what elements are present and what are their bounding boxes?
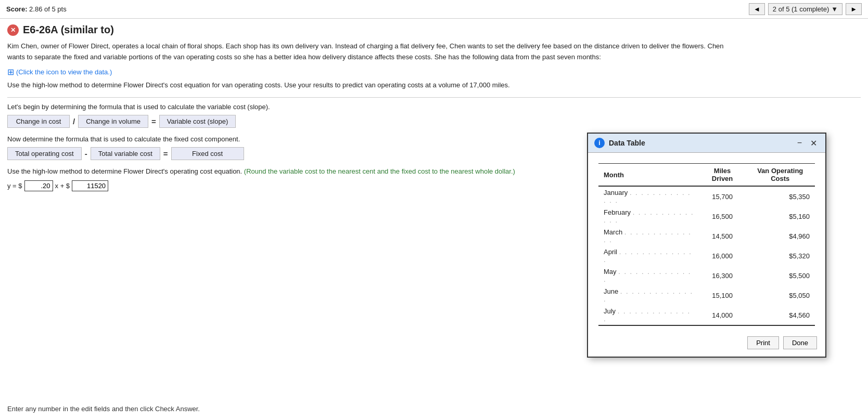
modal-title-area: i Data Table (594, 138, 645, 148)
formula1-box1: Change in cost (7, 115, 70, 128)
table-cell-r5-c1: 15,100 (699, 285, 746, 305)
modal-body: Month Miles Driven Van Operating Costs J… (588, 153, 825, 331)
table-cell-r1-c0: February . . . . . . . . . . . . . . (598, 206, 699, 226)
nav-progress-display[interactable]: 2 of 5 (1 complete) ▼ (768, 3, 843, 15)
formula2-box1: Total operating cost (7, 147, 82, 160)
table-cell-r4-c2: $5,500 (745, 266, 815, 285)
nav-prev-button[interactable]: ◄ (749, 3, 765, 15)
table-cell-r1-c1: 16,500 (699, 206, 746, 226)
table-cell-r3-c2: $5,320 (745, 246, 815, 266)
table-row: February . . . . . . . . . . . . . .16,5… (598, 206, 815, 226)
table-cell-r4-c1: 16,300 (699, 266, 746, 285)
formula2-equals: = (163, 149, 168, 158)
modal-controls: − ✕ (795, 138, 819, 148)
variable-cost-input[interactable] (24, 180, 53, 191)
data-link[interactable]: ⊞ (Click the icon to view the data.) (7, 67, 112, 77)
modal-header: i Data Table − ✕ (588, 134, 825, 153)
problem-status-icon: ✕ (7, 24, 19, 36)
equation-prefix: y = $ (7, 182, 22, 190)
table-cell-r3-c1: 16,000 (699, 246, 746, 266)
formula2-box2: Total variable cost (91, 147, 160, 160)
fixed-cost-input[interactable] (72, 180, 108, 191)
formula1-result: Variable cost (slope) (159, 115, 236, 128)
table-cell-r4-c0: May . . . . . . . . . . . . . . (598, 266, 699, 285)
table-row: June . . . . . . . . . . . . . .15,100$5… (598, 285, 815, 305)
table-row: March . . . . . . . . . . . . . .14,500$… (598, 226, 815, 246)
modal-close-button[interactable]: ✕ (808, 138, 819, 148)
equation-mid: x + $ (55, 182, 70, 190)
modal-minimize-button[interactable]: − (795, 138, 804, 148)
score-value: 2.86 of 5 pts (29, 5, 67, 13)
table-cell-r2-c1: 14,500 (699, 226, 746, 246)
nav-next-button[interactable]: ► (846, 3, 862, 15)
formula1-box2: Change in volume (78, 115, 148, 128)
table-cell-r5-c0: June . . . . . . . . . . . . . . (598, 285, 699, 305)
top-bar: Score: 2.86 of 5 pts ◄ 2 of 5 (1 complet… (0, 0, 868, 19)
table-cell-r3-c0: April . . . . . . . . . . . . . . (598, 246, 699, 266)
problem-title-row: ✕ E6-26A (similar to) (7, 24, 861, 36)
equation-highlight: (Round the variable cost to the nearest … (244, 167, 515, 175)
table-cell-r5-c2: $5,050 (745, 285, 815, 305)
col-header-miles: Miles Driven (699, 164, 746, 187)
problem-description: Kim Chen, owner of Flower Direct, operat… (7, 41, 736, 63)
formula2-operator: - (85, 149, 87, 158)
table-cell-r6-c2: $4,560 (745, 305, 815, 325)
navigation-controls: ◄ 2 of 5 (1 complete) ▼ ► (749, 3, 862, 15)
table-row: January . . . . . . . . . . . . . .15,70… (598, 186, 815, 206)
print-button[interactable]: Print (747, 336, 779, 349)
modal-footer: Print Done (588, 331, 825, 357)
col-header-costs: Van Operating Costs (745, 164, 815, 187)
formula1-operator: / (73, 117, 75, 126)
modal-title: Data Table (609, 139, 645, 147)
table-cell-r2-c2: $4,960 (745, 226, 815, 246)
table-cell-r6-c0: July . . . . . . . . . . . . . . (598, 305, 699, 325)
table-cell-r1-c2: $5,160 (745, 206, 815, 226)
instruction-text: Use the high-low method to determine Flo… (7, 81, 736, 89)
score-display: Score: 2.86 of 5 pts (6, 5, 67, 13)
col-header-month: Month (598, 164, 699, 187)
formula1-equals: = (151, 117, 156, 126)
divider-1 (7, 97, 861, 98)
table-cell-r0-c2: $5,350 (745, 186, 815, 206)
grid-icon: ⊞ (7, 67, 14, 77)
modal-info-icon: i (594, 138, 605, 148)
score-label: Score: 2.86 of 5 pts (6, 5, 67, 13)
table-row: July . . . . . . . . . . . . . .14,000$4… (598, 305, 815, 325)
formula1-row: Change in cost / Change in volume = Vari… (7, 115, 861, 128)
bottom-hint: Enter any number in the edit fields and … (7, 405, 200, 413)
table-cell-r0-c0: January . . . . . . . . . . . . . . (598, 186, 699, 206)
table-cell-r2-c0: March . . . . . . . . . . . . . . (598, 226, 699, 246)
done-button[interactable]: Done (783, 336, 817, 349)
problem-title: E6-26A (similar to) (23, 24, 114, 36)
table-cell-r6-c1: 14,000 (699, 305, 746, 325)
data-modal: i Data Table − ✕ Month Miles Driven Van … (587, 133, 826, 358)
data-table: Month Miles Driven Van Operating Costs J… (598, 163, 815, 326)
table-cell-r0-c1: 15,700 (699, 186, 746, 206)
table-row: April . . . . . . . . . . . . . .16,000$… (598, 246, 815, 266)
formula2-result: Fixed cost (171, 147, 244, 160)
formula1-intro: Let's begin by determining the formula t… (7, 103, 861, 111)
table-header-row: Month Miles Driven Van Operating Costs (598, 164, 815, 187)
table-row: May . . . . . . . . . . . . . .16,300$5,… (598, 266, 815, 285)
